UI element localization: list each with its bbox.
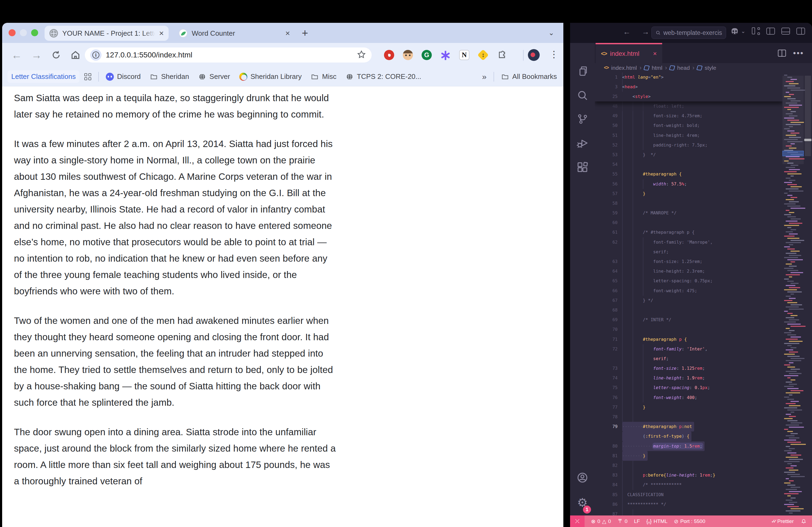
bookmark-star-icon[interactable] bbox=[357, 50, 366, 60]
toggle-panel-icon[interactable] bbox=[781, 28, 790, 35]
activity-files-icon[interactable] bbox=[570, 62, 595, 80]
bookmarks-overflow-chevron[interactable]: » bbox=[482, 72, 487, 81]
history-back-icon[interactable]: ← bbox=[623, 28, 630, 36]
code-line[interactable]: 48float: left; bbox=[595, 102, 782, 111]
code-line[interactable]: 67} */ bbox=[595, 296, 782, 305]
close-tab-icon[interactable]: × bbox=[159, 29, 164, 37]
bookmark-item[interactable]: Sheridan bbox=[150, 73, 189, 81]
code-line[interactable]: 59/* MANROPE */ bbox=[595, 208, 782, 218]
notifications-bell-icon[interactable] bbox=[801, 518, 807, 524]
code-line[interactable]: 63font-size: 1.25rem; bbox=[595, 257, 782, 267]
extension-notion-icon[interactable]: N bbox=[459, 49, 470, 61]
browser-tab-word-counter[interactable]: Word Counter × bbox=[174, 26, 295, 41]
close-tab-icon[interactable]: × bbox=[285, 29, 290, 37]
language-status[interactable]: {ₓ}HTML bbox=[646, 518, 668, 524]
code-line[interactable]: 78 bbox=[595, 412, 782, 422]
activity-git-icon[interactable] bbox=[570, 109, 595, 128]
breadcrumb-item[interactable]: style bbox=[705, 65, 716, 71]
toggle-primary-sidebar-icon[interactable] bbox=[766, 28, 775, 35]
live-server-port-status[interactable]: ⊘Port : 5500 bbox=[674, 518, 706, 524]
address-bar[interactable]: i 127.0.0.1:5500/index.html bbox=[85, 47, 372, 62]
command-search-box[interactable]: web-template-exercis bbox=[651, 27, 726, 39]
code-line[interactable]: 85 CLASSIFICATION bbox=[595, 490, 782, 500]
browser-menu-icon[interactable]: ⋮ bbox=[549, 49, 559, 60]
code-line[interactable]: 49font-size: 4.75rem; bbox=[595, 111, 782, 121]
port-forward-status[interactable]: 0 bbox=[617, 518, 627, 524]
breadcrumb-item[interactable]: html bbox=[652, 65, 663, 71]
copilot-icon[interactable]: ⌄ bbox=[730, 27, 745, 35]
code-line[interactable]: 83p:before{line-height: 1rem;} bbox=[595, 470, 782, 480]
code-line[interactable]: 71#theparagraph p { bbox=[595, 335, 782, 344]
minimap[interactable] bbox=[782, 73, 804, 515]
code-line[interactable]: 82 bbox=[595, 461, 782, 470]
home-button[interactable] bbox=[70, 50, 81, 60]
toggle-secondary-sidebar-icon[interactable] bbox=[796, 28, 805, 35]
code-line[interactable]: 70 bbox=[595, 325, 782, 334]
extension-diamond-icon[interactable]: ↕ bbox=[477, 49, 489, 61]
code-line[interactable]: 69/* INTER */ bbox=[595, 315, 782, 325]
customize-layout-icon[interactable] bbox=[752, 27, 760, 35]
code-line[interactable]: (:first-of-type)·{ bbox=[595, 432, 782, 441]
code-line[interactable]: 64line-height: 2.3rem; bbox=[595, 267, 782, 276]
code-line[interactable]: 1<html lang="en"> bbox=[595, 73, 782, 82]
code-line[interactable]: 50font-weight: bold; bbox=[595, 121, 782, 131]
problems-status[interactable]: ⊗0 △0 bbox=[591, 518, 611, 524]
settings-gear-icon[interactable]: ⚙1 bbox=[570, 493, 595, 512]
bookmark-item[interactable]: Server bbox=[198, 73, 230, 81]
code-line[interactable]: 80············margin-top: 1.5rem; bbox=[595, 441, 782, 451]
code-line[interactable]: 55#theparagraph { bbox=[595, 169, 782, 179]
all-bookmarks-button[interactable]: All Bookmarks bbox=[501, 73, 557, 81]
close-window-button[interactable] bbox=[9, 29, 16, 36]
code-line[interactable]: serif; bbox=[595, 354, 782, 364]
forward-button[interactable]: → bbox=[31, 50, 42, 60]
url-text[interactable]: 127.0.0.1:5500/index.html bbox=[106, 51, 357, 59]
code-line[interactable]: 77} bbox=[595, 403, 782, 412]
code-line[interactable]: 56width: 57.5%; bbox=[595, 179, 782, 189]
code-line[interactable]: 79········#theparagraph·p:not bbox=[595, 422, 782, 432]
browser-tab-project[interactable]: YOUR NAME - Project 1: Lette × bbox=[45, 26, 169, 41]
code-line[interactable]: 3<head> bbox=[595, 82, 782, 92]
tab-search-button[interactable]: ⌄ bbox=[548, 29, 554, 37]
breadcrumbs[interactable]: <>index.html›html›head›style bbox=[595, 63, 812, 73]
code-line[interactable]: serif; bbox=[595, 247, 782, 257]
code-line[interactable]: 76font-weight: 400; bbox=[595, 393, 782, 403]
code-line[interactable]: 61/* #theparagraph p { bbox=[595, 228, 782, 237]
code-line[interactable]: 87 bbox=[595, 509, 782, 515]
eol-status[interactable]: LF bbox=[634, 518, 640, 524]
minimize-window-button[interactable] bbox=[20, 29, 27, 36]
code-line[interactable]: 62font-family: 'Manrope', bbox=[595, 238, 782, 247]
close-editor-tab-icon[interactable]: × bbox=[653, 50, 657, 57]
code-line[interactable]: 68 bbox=[595, 305, 782, 315]
code-line[interactable]: 54 bbox=[595, 160, 782, 169]
code-line[interactable]: 60 bbox=[595, 218, 782, 228]
code-line[interactable]: 25<style> bbox=[595, 92, 782, 102]
remote-indicator[interactable]: ⤫ bbox=[570, 515, 584, 527]
split-editor-icon[interactable] bbox=[778, 50, 786, 57]
bookmark-item[interactable]: Discord bbox=[106, 73, 141, 81]
reload-button[interactable] bbox=[51, 50, 61, 60]
bookmark-item[interactable]: Misc bbox=[311, 73, 336, 81]
extension-grammarly-icon[interactable]: G bbox=[421, 49, 432, 61]
zoom-window-button[interactable] bbox=[31, 29, 38, 36]
breadcrumb-item[interactable]: head bbox=[677, 65, 690, 71]
activity-extensions-icon[interactable] bbox=[570, 158, 595, 177]
code-line[interactable]: 72font-family: 'Inter', bbox=[595, 344, 782, 354]
editor-tab-index-html[interactable]: <> index.html × bbox=[596, 43, 662, 63]
code-line[interactable]: 65letter-spacing: 0.75px; bbox=[595, 276, 782, 286]
bookmark-item[interactable]: Sheridan Library bbox=[239, 73, 302, 81]
code-line[interactable]: 81········} bbox=[595, 451, 782, 461]
code-line[interactable]: 57} bbox=[595, 189, 782, 199]
code-line[interactable]: 52padding-right: 7.5px; bbox=[595, 140, 782, 150]
back-button[interactable]: ← bbox=[11, 50, 22, 60]
split-view-divider[interactable] bbox=[563, 0, 570, 527]
code-line[interactable]: 58 bbox=[595, 199, 782, 208]
apps-grid-icon[interactable] bbox=[84, 73, 91, 80]
activity-debug-icon[interactable] bbox=[570, 134, 595, 152]
code-line[interactable]: 53} */ bbox=[595, 150, 782, 160]
site-info-icon[interactable]: i bbox=[90, 49, 102, 61]
new-tab-button[interactable]: + bbox=[302, 28, 308, 39]
code-line[interactable]: 73font-size: 1.125rem; bbox=[595, 364, 782, 373]
code-line[interactable]: 84/* ************ bbox=[595, 480, 782, 490]
prettier-status[interactable]: ✓✓ Prettier bbox=[771, 518, 794, 524]
code-line[interactable]: 74line-height: 1.9rem; bbox=[595, 373, 782, 383]
